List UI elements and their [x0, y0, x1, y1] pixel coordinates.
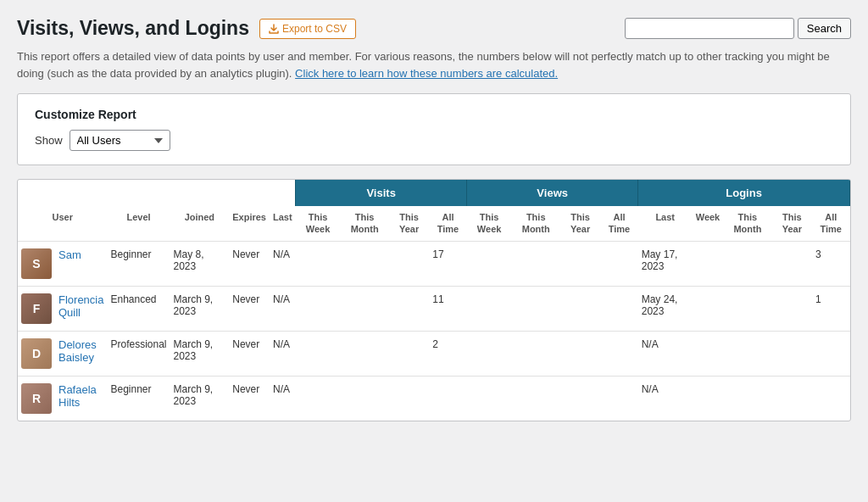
expires-cell: Never — [229, 331, 270, 376]
page-description: This report offers a detailed view of da… — [17, 48, 851, 81]
visits-this-year — [389, 376, 429, 421]
visits-this-week — [296, 286, 341, 331]
page-title: Visits, Views, and Logins — [17, 17, 249, 40]
avatar: F — [21, 293, 52, 324]
logins-week — [693, 331, 724, 376]
visits-this-week — [296, 241, 341, 286]
visits-all-time: 11 — [429, 286, 466, 331]
visits-this-week — [296, 331, 341, 376]
learn-more-link[interactable]: Click here to learn how these numbers ar… — [295, 67, 558, 80]
user-link[interactable]: DeloresBaisley — [58, 338, 97, 364]
avatar: S — [21, 248, 52, 279]
visits-all-time: 2 — [429, 331, 466, 376]
last-cell: N/A — [270, 376, 296, 421]
views-this-year — [560, 286, 600, 331]
logins-all-time — [812, 331, 849, 376]
visits-group-header: Visits — [296, 180, 467, 206]
views-this-month — [512, 376, 560, 421]
col-logins-this-month: This Month — [723, 206, 771, 241]
col-views-this-year: This Year — [560, 206, 600, 241]
table-row: F FlorenciaQuill Enhanced March 9, 2023 … — [18, 286, 850, 331]
logins-last: May 24, 2023 — [638, 286, 693, 331]
level-cell: Professional — [107, 331, 170, 376]
col-logins-last: Last — [638, 206, 693, 241]
user-link[interactable]: Sam — [58, 248, 81, 261]
logins-all-time: 3 — [812, 241, 849, 286]
last-cell: N/A — [270, 286, 296, 331]
col-header-row: User Level Joined Expires Last This Week… — [18, 206, 850, 241]
expires-cell: Never — [229, 286, 270, 331]
col-logins-all-time: All Time — [812, 206, 849, 241]
views-all-time — [600, 331, 637, 376]
level-cell: Enhanced — [107, 286, 170, 331]
col-visits-this-week: This Week — [296, 206, 341, 241]
col-visits-all-time: All Time — [429, 206, 466, 241]
expires-cell: Never — [229, 241, 270, 286]
views-this-week — [467, 241, 512, 286]
export-icon — [269, 24, 279, 34]
last-cell: N/A — [270, 331, 296, 376]
col-joined: Joined — [170, 206, 230, 241]
col-expires: Expires — [229, 206, 270, 241]
col-user: User — [18, 206, 107, 241]
views-this-year — [560, 241, 600, 286]
visits-this-month — [341, 286, 389, 331]
logins-this-month — [723, 331, 771, 376]
user-link[interactable]: FlorenciaQuill — [58, 293, 103, 319]
table-row: R RafaelaHilts Beginner March 9, 2023 Ne… — [18, 376, 850, 421]
col-logins-week: Week — [693, 206, 724, 241]
table-row: S Sam Beginner May 8, 2023 Never N/A 17 … — [18, 241, 850, 286]
col-views-this-month: This Month — [512, 206, 560, 241]
visits-this-year — [389, 286, 429, 331]
expires-cell: Never — [229, 376, 270, 421]
views-this-month — [512, 241, 560, 286]
search-button[interactable]: Search — [798, 18, 851, 39]
joined-cell: March 9, 2023 — [170, 376, 230, 421]
visits-all-time: 17 — [429, 241, 466, 286]
logins-last: N/A — [638, 376, 693, 421]
visits-all-time — [429, 376, 466, 421]
logins-this-month — [723, 376, 771, 421]
views-this-month — [512, 286, 560, 331]
visits-this-year — [389, 241, 429, 286]
views-this-year — [560, 376, 600, 421]
visits-this-month — [341, 376, 389, 421]
user-link[interactable]: RafaelaHilts — [58, 383, 97, 409]
logins-week — [693, 241, 724, 286]
logins-this-month — [723, 286, 771, 331]
visits-this-month — [341, 331, 389, 376]
col-logins-this-year: This Year — [772, 206, 812, 241]
views-this-week — [467, 286, 512, 331]
logins-this-year — [772, 331, 812, 376]
joined-cell: March 9, 2023 — [170, 286, 230, 331]
user-cell: R RafaelaHilts — [18, 376, 107, 421]
level-cell: Beginner — [107, 241, 170, 286]
joined-cell: May 8, 2023 — [170, 241, 230, 286]
logins-this-year — [772, 241, 812, 286]
avatar: D — [21, 338, 52, 369]
avatar: R — [21, 383, 52, 414]
user-cell: F FlorenciaQuill — [18, 286, 107, 331]
export-csv-button[interactable]: Export to CSV — [259, 19, 356, 39]
show-select[interactable]: All Users Members Only Non-Members — [70, 130, 170, 151]
views-all-time — [600, 241, 637, 286]
logins-this-month — [723, 241, 771, 286]
visits-this-month — [341, 241, 389, 286]
visits-views-logins-table: Visits Views Logins User Level Joined Ex… — [18, 180, 850, 421]
logins-all-time — [812, 376, 849, 421]
spacer-header — [18, 180, 296, 206]
logins-group-header: Logins — [638, 180, 850, 206]
col-level: Level — [107, 206, 170, 241]
logins-all-time: 1 — [812, 286, 849, 331]
logins-week — [693, 376, 724, 421]
views-all-time — [600, 376, 637, 421]
logins-week — [693, 286, 724, 331]
logins-this-year — [772, 376, 812, 421]
visits-this-year — [389, 331, 429, 376]
customize-report-box: Customize Report Show All Users Members … — [17, 93, 851, 165]
data-table-wrapper: Visits Views Logins User Level Joined Ex… — [17, 179, 851, 421]
views-all-time — [600, 286, 637, 331]
col-last: Last — [270, 206, 296, 241]
logins-last: N/A — [638, 331, 693, 376]
search-input[interactable] — [625, 18, 794, 39]
